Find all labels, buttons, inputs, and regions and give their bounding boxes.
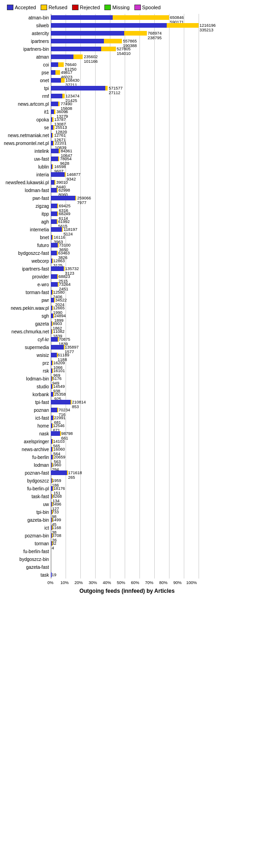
table-row: news.chmurka.net110821839 — [2, 328, 252, 335]
bar-segment-accepted — [51, 23, 167, 28]
row-label: bydgoszcz-bin — [2, 557, 51, 562]
bar-segment-refused — [57, 204, 58, 208]
legend: AcceptedRefusedRejectedMissingSpooled — [2, 5, 252, 10]
table-row: gazeta-bin149945 — [2, 516, 252, 524]
row-label: news-archive — [2, 447, 51, 452]
bar-segment-accepted — [51, 180, 54, 185]
row-label: news.chmurka.net — [2, 329, 51, 334]
bar-segment-refused — [57, 188, 58, 193]
bar-segment-accepted — [51, 188, 57, 193]
table-row: uw-fast780549628 — [2, 155, 252, 163]
row-label: intelink — [2, 149, 51, 154]
row-label: ipartners-bin — [2, 47, 51, 52]
row-label: tpi-bin — [2, 510, 51, 515]
row-label: atman-bin — [2, 15, 51, 20]
row-label: sgh — [2, 313, 51, 319]
bar-segment-refused — [53, 125, 54, 130]
bar-segment-refused — [58, 157, 59, 161]
row-label: coi — [2, 62, 51, 67]
table-row: bnet161163963 — [2, 234, 252, 241]
row-label: gazeta — [2, 321, 51, 326]
table-row: torman-fast125802406 — [2, 289, 252, 296]
row-label: silweb — [2, 23, 51, 28]
table-row: astercity768974238795 — [2, 30, 252, 37]
table-row: cyf-kr708751839 — [2, 336, 252, 343]
table-row: news.artcom.pl7749015608 — [2, 100, 252, 108]
row-label: nask — [2, 431, 51, 436]
x-axis: 0%10%20%30%40%50%60%70%80%90%100% — [2, 580, 199, 585]
row-label: agh — [2, 219, 51, 224]
bar-segment-refused — [52, 235, 53, 240]
table-row: lodman1960294 — [2, 461, 252, 469]
table-row: interia1468779342 — [2, 171, 252, 178]
table-row: fu-berlin20659563 — [2, 453, 252, 461]
legend-item-spooled: Spooled — [134, 5, 161, 10]
table-row: nask98798661 — [2, 430, 252, 437]
table-row: fu-berlin-pl18176151 — [2, 485, 252, 492]
bar-segment-accepted — [51, 204, 57, 208]
row-label: news.promontel.net.pl — [2, 141, 51, 146]
table-row: ipartners-bin527805154010 — [2, 45, 252, 53]
bar-segment-refused — [58, 243, 59, 247]
x-tick-label: 60% — [128, 580, 142, 585]
x-tick-label: 90% — [170, 580, 185, 585]
bar-segment-refused — [54, 180, 55, 185]
bar-segment-accepted — [51, 47, 101, 51]
bar-segment-accepted — [51, 408, 57, 412]
table-row: tpi-bin73398 — [2, 508, 252, 516]
table-row: tpi57157727112 — [2, 84, 252, 92]
table-row: zigzag694256316 — [2, 202, 252, 210]
bar-segment-refused — [104, 39, 122, 43]
table-row: bydgoszcz1959186 — [2, 477, 252, 484]
row-label: pwr — [2, 298, 51, 303]
bar-segment-accepted — [51, 345, 64, 350]
table-row: ipartners557865190388 — [2, 37, 252, 45]
table-row: se2551312820 — [2, 124, 252, 131]
row-label: task — [2, 573, 51, 578]
table-row: newsfeed.lukawski.pl390108440 — [2, 179, 252, 186]
table-row: sgh248941899 — [2, 312, 252, 319]
row-label: newsfeed.lukawski.pl — [2, 180, 51, 185]
row-label: ipartners-fast — [2, 266, 51, 271]
rows-container: atman-bin650846590171silweb1216196335213… — [2, 14, 252, 579]
table-row: ict116838 — [2, 524, 252, 531]
legend-color — [134, 5, 141, 10]
table-row: uw3496127 — [2, 500, 252, 508]
table-row: gazeta-fast — [2, 563, 252, 571]
table-row: rsk16101969 — [2, 367, 252, 374]
bar-segment-refused — [54, 109, 55, 114]
x-tick-label: 80% — [156, 580, 170, 585]
row-label: lublin — [2, 164, 51, 169]
bar-segment-accepted — [51, 196, 75, 200]
row-label: gazeta-bin — [2, 518, 51, 523]
table-row: pwr-fast2590667977 — [2, 194, 252, 202]
row-label: lodman — [2, 463, 51, 468]
table-row: e-wro732642451 — [2, 281, 252, 288]
table-row: bydgoszcz-fast634633826 — [2, 249, 252, 257]
table-row: tpi-fast210814853 — [2, 398, 252, 406]
row-label: internetia — [2, 227, 51, 232]
x-tick-label: 70% — [142, 580, 157, 585]
legend-label: Refused — [48, 5, 67, 10]
table-row: coi7664061250 — [2, 61, 252, 68]
bar-segment-accepted — [51, 109, 54, 114]
table-row: internetia1181975124 — [2, 226, 252, 233]
table-row: webcorp128633125 — [2, 257, 252, 265]
bar-segment-accepted — [51, 172, 65, 177]
row-label: onet — [2, 78, 51, 83]
table-row: lodman-bin5176949 — [2, 375, 252, 382]
bar-segment-refused — [57, 211, 58, 216]
table-row: opoka1378713087 — [2, 116, 252, 123]
bar-segment-refused — [124, 31, 147, 36]
legend-color — [41, 5, 47, 10]
row-label: ipartners — [2, 39, 51, 44]
bar-segment-refused — [58, 62, 64, 67]
row-label: tpi-fast — [2, 400, 51, 405]
bar-segment-accepted — [51, 102, 58, 106]
row-label: webcorp — [2, 259, 51, 264]
table-row: intelink8436110647 — [2, 147, 252, 155]
table-row: futuro731003650 — [2, 241, 252, 249]
table-row: news-archive16060564 — [2, 446, 252, 453]
row-label: pozman-bin — [2, 533, 51, 538]
legend-item-accepted: Accepted — [7, 5, 36, 10]
